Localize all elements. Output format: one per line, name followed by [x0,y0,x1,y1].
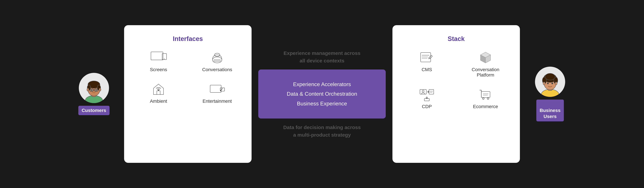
main-layout: Customers Interfaces Screens [20,25,624,163]
stack-grid: CMS Conversation Platform [404,51,508,109]
screens-item: Screens [136,51,181,72]
business-users-label: Business Users [536,100,564,121]
svg-point-47 [487,98,489,99]
svg-point-58 [552,83,553,84]
svg-point-9 [91,90,92,91]
svg-point-57 [547,83,548,84]
svg-point-60 [555,82,557,85]
business-users-card: Business Users [526,67,574,121]
svg-point-56 [545,73,555,80]
ambient-label: Ambient [150,99,167,104]
ambient-item: Ambient [136,82,181,104]
screens-label: Screens [150,67,167,72]
cms-icon [418,51,435,64]
conversation-platform-item: Conversation Platform [463,51,508,78]
svg-rect-45 [481,91,490,98]
customers-card: Customers [70,73,118,115]
entertainment-label: Entertainment [202,99,232,104]
cdp-item: CDP [404,88,450,109]
svg-rect-24 [210,85,221,92]
customers-label: Customers [78,106,110,115]
interfaces-panel: Interfaces Screens [124,25,252,163]
stack-title: Stack [448,35,464,43]
entertainment-icon [209,82,226,96]
business-users-avatar [535,67,565,97]
screens-icon [150,51,167,64]
experience-box-text: Experience Accelerators Data & Content O… [270,80,374,109]
svg-point-23 [158,90,159,91]
ecommerce-icon [477,88,494,101]
conversations-item: Conversations [194,51,240,72]
conversation-platform-icon [477,51,494,64]
svg-rect-13 [151,52,163,60]
interfaces-title: Interfaces [173,35,203,43]
svg-point-12 [99,88,101,91]
center-bottom-text: Data for decision making across a multi-… [283,124,361,139]
svg-point-59 [543,82,545,85]
svg-point-38 [422,90,424,92]
experience-box: Experience Accelerators Data & Content O… [258,70,386,119]
center-top-text: Experience management across all device … [284,49,360,64]
cdp-icon [418,88,435,101]
conversation-platform-label: Conversation Platform [472,67,500,78]
stack-panel: Stack [392,25,520,163]
ecommerce-label: Ecommerce [473,104,498,109]
cdp-label: CDP [422,104,432,109]
svg-point-26 [220,90,221,91]
svg-rect-22 [157,91,160,95]
svg-rect-15 [162,54,166,60]
svg-point-17 [212,57,222,63]
conversations-label: Conversations [202,67,232,72]
svg-point-11 [87,88,89,91]
svg-point-46 [482,98,484,99]
svg-rect-40 [429,89,434,94]
cms-label: CMS [422,67,432,72]
center-section: Experience management across all device … [258,49,386,139]
interfaces-grid: Screens Conve [136,51,240,104]
ambient-icon [150,82,167,96]
conversations-icon [209,51,226,64]
svg-rect-44 [424,99,429,101]
entertainment-item: Entertainment [194,82,240,104]
svg-point-10 [96,90,96,91]
ecommerce-item: Ecommerce [463,88,508,109]
customers-avatar [79,73,109,103]
cms-item: CMS [404,51,450,78]
